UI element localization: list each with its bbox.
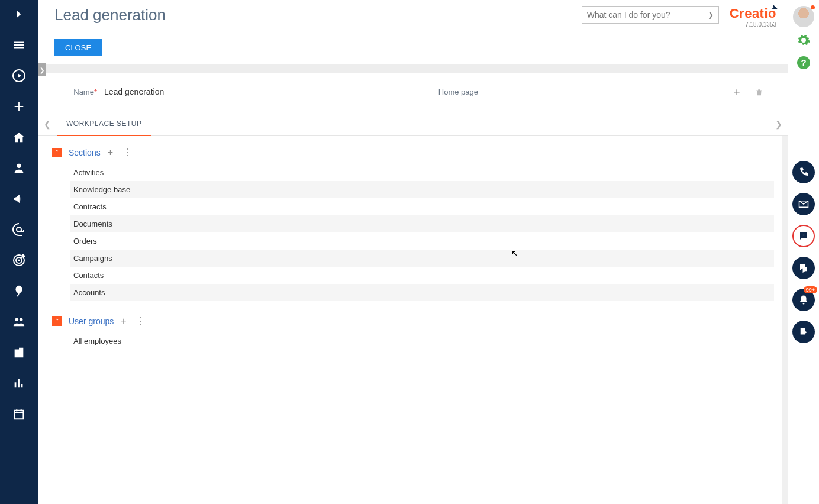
phone-icon[interactable] bbox=[792, 161, 815, 183]
homepage-field[interactable] bbox=[484, 85, 721, 99]
notification-badge: 99+ bbox=[804, 286, 817, 293]
search-input[interactable] bbox=[587, 10, 704, 20]
svg-point-7 bbox=[20, 318, 22, 322]
svg-point-11 bbox=[803, 235, 804, 236]
play-icon[interactable] bbox=[11, 67, 27, 84]
svg-point-5 bbox=[16, 286, 22, 293]
sections-add-icon[interactable]: + bbox=[108, 147, 113, 158]
main-content: Lead generation ❯ Creatio➤ 7.18.0.1353 C… bbox=[38, 0, 788, 504]
list-item[interactable]: Knowledge base bbox=[70, 181, 774, 198]
svg-point-10 bbox=[802, 235, 803, 236]
plus-icon[interactable] bbox=[11, 98, 27, 115]
expand-icon[interactable] bbox=[11, 6, 27, 22]
feed-icon[interactable] bbox=[792, 257, 815, 279]
at-icon[interactable] bbox=[11, 221, 27, 238]
right-rail: ? 99+ bbox=[788, 0, 819, 504]
list-item[interactable]: Contracts bbox=[70, 198, 774, 215]
name-field[interactable] bbox=[103, 85, 395, 99]
version-text: 7.18.0.1353 bbox=[730, 21, 776, 28]
avatar[interactable] bbox=[793, 6, 814, 27]
list-item[interactable]: Contacts bbox=[70, 267, 774, 284]
svg-point-1 bbox=[17, 164, 21, 168]
building-icon[interactable] bbox=[11, 344, 27, 361]
process-icon[interactable] bbox=[792, 321, 815, 343]
svg-point-4 bbox=[18, 260, 20, 261]
calendar-icon[interactable] bbox=[11, 406, 27, 422]
list-item[interactable]: Activities bbox=[70, 164, 774, 181]
megaphone-icon[interactable] bbox=[11, 190, 27, 207]
page-title: Lead generation bbox=[54, 6, 166, 24]
gear-icon[interactable] bbox=[797, 33, 811, 50]
mail-icon[interactable] bbox=[792, 193, 815, 215]
bell-icon[interactable]: 99+ bbox=[792, 289, 815, 311]
close-button[interactable]: CLOSE bbox=[54, 39, 102, 56]
sections-header: ⌃ Sections + ⋮ bbox=[52, 147, 774, 158]
search-box[interactable]: ❯ bbox=[582, 6, 719, 24]
brand-logo: Creatio➤ bbox=[730, 6, 776, 21]
chart-icon[interactable] bbox=[11, 375, 27, 392]
chat-icon[interactable] bbox=[792, 225, 815, 247]
person-icon[interactable] bbox=[11, 160, 27, 176]
brand: Creatio➤ 7.18.0.1353 bbox=[730, 6, 776, 28]
team-icon[interactable] bbox=[11, 314, 27, 330]
usergroups-title: User groups bbox=[69, 316, 114, 326]
clear-homepage-icon[interactable] bbox=[754, 87, 765, 98]
section-divider: ❯ bbox=[38, 64, 788, 73]
usergroups-menu-icon[interactable]: ⋮ bbox=[136, 315, 144, 327]
content-area: ⌃ Sections + ⋮ ActivitiesKnowledge baseC… bbox=[38, 136, 788, 374]
svg-text:?: ? bbox=[801, 57, 806, 67]
sections-title: Sections bbox=[69, 148, 101, 157]
name-field-label: Name* bbox=[62, 88, 97, 96]
list-item[interactable]: Documents bbox=[70, 215, 774, 232]
usergroups-header: ⌃ User groups + ⋮ bbox=[52, 315, 774, 327]
left-rail bbox=[0, 0, 38, 504]
chevron-right-icon[interactable]: ❯ bbox=[704, 11, 714, 19]
list-item[interactable]: Campaigns bbox=[70, 250, 774, 267]
sections-list: ActivitiesKnowledge baseContractsDocumen… bbox=[70, 164, 774, 301]
usergroups-add-icon[interactable]: + bbox=[121, 316, 126, 327]
usergroups-list: All employees bbox=[70, 332, 774, 350]
add-homepage-icon[interactable] bbox=[731, 87, 742, 98]
tab-next-icon[interactable]: ❯ bbox=[769, 119, 788, 129]
home-icon[interactable] bbox=[11, 129, 27, 146]
svg-point-6 bbox=[15, 318, 18, 322]
sections-collapse-icon[interactable]: ⌃ bbox=[52, 148, 62, 157]
form-card: Name* Home page bbox=[38, 73, 788, 112]
list-item[interactable]: Accounts bbox=[70, 284, 774, 301]
panel-expand-icon[interactable]: ❯ bbox=[38, 63, 46, 76]
tab-row: ❮ WORKPLACE SETUP ❯ bbox=[38, 112, 788, 136]
homepage-field-label: Home page bbox=[431, 88, 478, 96]
target-icon[interactable] bbox=[11, 252, 27, 269]
balloon-icon[interactable] bbox=[11, 283, 27, 299]
topbar: Lead generation ❯ Creatio➤ 7.18.0.1353 bbox=[38, 0, 788, 35]
menu-icon[interactable] bbox=[11, 37, 27, 53]
help-icon[interactable]: ? bbox=[797, 56, 811, 72]
list-item[interactable]: Orders bbox=[70, 232, 774, 250]
tab-workplace-setup[interactable]: WORKPLACE SETUP bbox=[57, 112, 151, 136]
tab-prev-icon[interactable]: ❮ bbox=[38, 119, 57, 129]
usergroups-collapse-icon[interactable]: ⌃ bbox=[52, 316, 62, 326]
sections-menu-icon[interactable]: ⋮ bbox=[122, 147, 131, 158]
svg-point-12 bbox=[805, 235, 806, 236]
list-item[interactable]: All employees bbox=[70, 332, 774, 350]
vertical-scrollbar[interactable] bbox=[782, 136, 788, 504]
